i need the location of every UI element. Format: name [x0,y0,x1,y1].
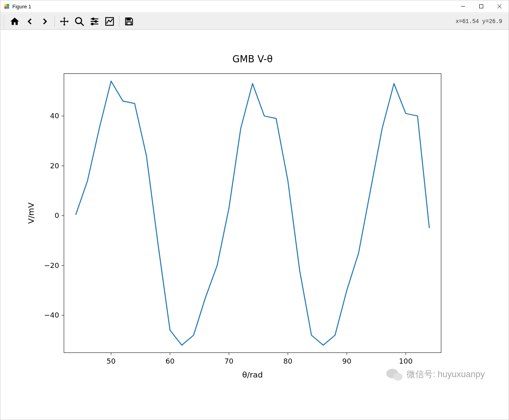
y-axis-label: V/mV [26,202,36,224]
chart-line-icon [104,16,115,27]
x-axis-label: θ/rad [242,370,263,380]
y-tick-label: −40 [44,311,59,319]
close-button[interactable] [490,0,509,12]
svg-rect-5 [480,5,483,8]
forward-button[interactable] [38,14,52,29]
y-tick-label: 20 [50,162,59,170]
svg-point-15 [91,23,93,25]
arrow-right-icon [40,16,50,27]
toolbar-separator [119,16,120,27]
y-tick-label: −20 [44,261,59,270]
chart-canvas[interactable]: 5060708090100−40−2002040GMB V-θθ/radV/mV… [0,30,509,420]
maximize-button[interactable] [472,0,490,12]
zoom-button[interactable] [72,14,87,29]
arrow-left-icon [25,16,35,27]
toolbar-grip [3,15,5,28]
minimize-button[interactable] [454,0,472,12]
x-tick-label: 100 [399,357,413,365]
search-icon [74,16,85,27]
svg-point-2 [4,6,7,9]
x-tick-label: 80 [283,357,293,365]
plot-box [64,73,441,353]
titlebar-left: Figure 1 [4,3,31,10]
y-tick-label: 0 [55,211,59,220]
back-button[interactable] [23,14,37,29]
x-tick-label: 50 [106,357,116,365]
x-tick-label: 90 [342,357,351,365]
configure-subplots-button[interactable] [87,14,102,29]
figure-window: Figure 1 [0,0,509,420]
chart-svg: 5060708090100−40−2002040GMB V-θθ/radV/mV [0,30,509,420]
svg-line-9 [81,23,84,26]
svg-point-13 [95,21,96,22]
x-tick-label: 70 [224,357,233,365]
move-icon [59,16,69,27]
window-title: Figure 1 [12,4,31,10]
data-line [76,81,430,345]
svg-point-0 [4,4,7,7]
python-app-icon [4,3,10,10]
y-tick-label: 40 [50,112,59,120]
svg-point-8 [75,17,81,23]
window-controls [454,0,509,12]
chart-title: GMB V-θ [232,54,273,65]
svg-rect-17 [127,18,131,20]
x-tick-label: 60 [166,357,175,365]
toolbar-separator [54,16,55,27]
svg-point-1 [7,4,10,7]
titlebar: Figure 1 [0,0,509,13]
home-icon [10,16,20,27]
cursor-coords: x=61.54 y=26.9 [455,18,506,25]
svg-point-11 [93,18,94,19]
pan-button[interactable] [57,14,71,29]
save-button[interactable] [122,14,136,29]
home-button[interactable] [8,14,22,29]
edit-axis-button[interactable] [102,14,117,29]
matplotlib-toolbar: x=61.54 y=26.9 [0,13,509,30]
sliders-icon [89,16,100,27]
svg-point-3 [7,6,10,9]
save-icon [124,16,134,27]
svg-rect-18 [127,22,131,25]
